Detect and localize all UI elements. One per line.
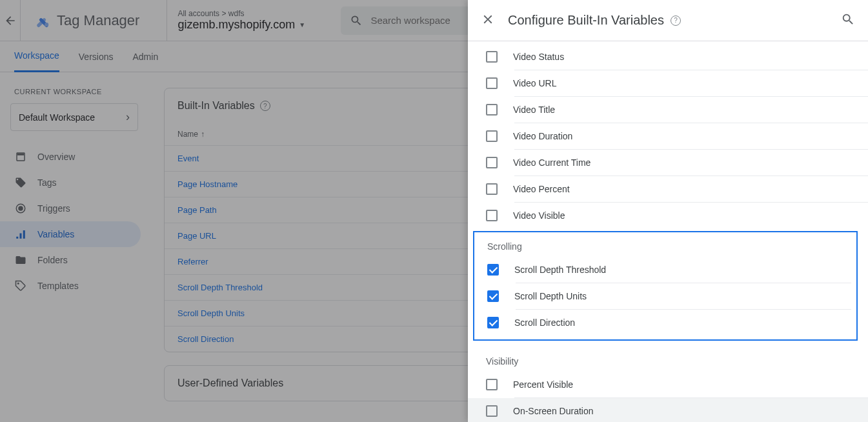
checkbox[interactable] [486,405,498,417]
variable-label: Video Status [513,52,564,62]
variable-checkbox-row[interactable]: Video Duration [468,123,868,149]
variable-checkbox-row[interactable]: Video Status [468,44,868,70]
variable-checkbox-row[interactable]: Scroll Direction [474,310,856,336]
variable-checkbox-row[interactable]: On-Screen Duration [468,398,868,422]
close-icon [481,12,495,26]
checkbox[interactable] [486,379,498,390]
variable-checkbox-row[interactable]: Scroll Depth Threshold [474,257,856,283]
variable-label: On-Screen Duration [513,406,594,416]
variable-label: Percent Visible [513,379,573,390]
checkbox[interactable] [487,317,499,328]
close-button[interactable] [481,12,495,28]
checkbox[interactable] [487,264,499,276]
variable-label: Video Current Time [513,157,590,168]
checkbox[interactable] [486,210,498,221]
variable-checkbox-row[interactable]: Video Title [468,97,868,123]
checkbox[interactable] [486,183,498,195]
checkbox[interactable] [487,290,499,302]
checkbox[interactable] [486,130,498,142]
variable-label: Video Percent [513,184,570,194]
checkbox[interactable] [486,104,498,116]
variable-label: Scroll Depth Threshold [514,265,606,275]
panel-help-icon[interactable]: ? [671,15,681,26]
variable-checkbox-row[interactable]: Video Current Time [468,150,868,176]
variable-label: Scroll Direction [514,317,575,328]
variable-label: Scroll Depth Units [514,291,587,301]
checkbox[interactable] [486,77,498,89]
search-icon [841,12,855,26]
variable-label: Video Duration [513,131,572,141]
variable-label: Video Visible [513,210,565,221]
panel-title: Configure Built-In Variables [508,13,664,28]
checkbox[interactable] [486,157,498,168]
variable-checkbox-row[interactable]: Scroll Depth Units [474,283,856,309]
checkbox[interactable] [486,51,498,63]
variable-label: Video URL [513,78,556,88]
configure-panel: Configure Built-In Variables ? Video Sta… [468,0,868,422]
scrolling-section-title: Scrolling [474,232,856,257]
variable-checkbox-row[interactable]: Video URL [468,70,868,96]
scrolling-highlight: Scrolling Scroll Depth ThresholdScroll D… [473,231,858,341]
variable-checkbox-row[interactable]: Video Percent [468,176,868,202]
panel-search-button[interactable] [841,12,855,28]
visibility-section-title: Visibility [468,343,868,372]
variable-checkbox-row[interactable]: Video Visible [468,203,868,228]
variable-label: Video Title [513,105,555,115]
variable-checkbox-row[interactable]: Percent Visible [468,372,868,397]
